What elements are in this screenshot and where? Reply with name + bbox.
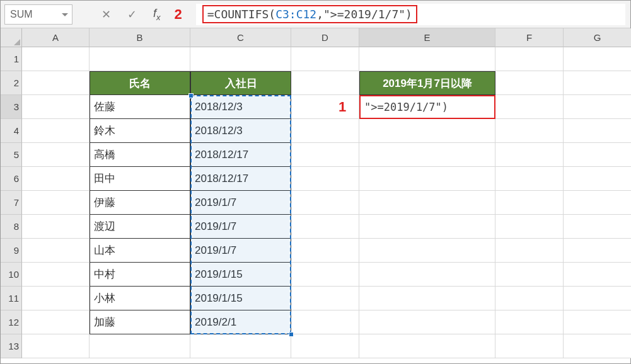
cell[interactable] bbox=[564, 334, 631, 358]
table-header-filter[interactable]: 2019年1月7日以降 bbox=[359, 71, 495, 95]
cell[interactable] bbox=[291, 71, 359, 95]
row-header[interactable]: 12 bbox=[1, 310, 22, 334]
active-cell-value[interactable]: ">=2019/1/7") bbox=[364, 101, 448, 113]
cell-date[interactable]: 2019/1/15 bbox=[190, 263, 291, 287]
cell-name[interactable]: 高橋 bbox=[90, 143, 190, 167]
cell[interactable] bbox=[495, 334, 564, 358]
select-all-corner[interactable] bbox=[1, 28, 22, 47]
cell[interactable] bbox=[291, 263, 359, 287]
cell[interactable] bbox=[291, 287, 359, 310]
cell[interactable] bbox=[22, 143, 90, 167]
cell[interactable] bbox=[359, 215, 495, 239]
cell[interactable] bbox=[291, 47, 359, 71]
cell[interactable] bbox=[564, 239, 631, 263]
cell[interactable] bbox=[495, 310, 564, 334]
cell[interactable] bbox=[291, 119, 359, 143]
cell[interactable] bbox=[22, 71, 90, 95]
cell-name[interactable]: 中村 bbox=[90, 263, 190, 287]
cell[interactable] bbox=[564, 191, 631, 215]
cell[interactable] bbox=[495, 263, 564, 287]
cell[interactable] bbox=[291, 95, 359, 119]
cell[interactable] bbox=[22, 239, 90, 263]
cell-date[interactable]: 2019/1/15 bbox=[190, 287, 291, 310]
cell[interactable] bbox=[22, 191, 90, 215]
cancel-icon[interactable]: ✕ bbox=[101, 8, 111, 21]
row-header[interactable]: 6 bbox=[1, 167, 22, 191]
cell-name[interactable]: 伊藤 bbox=[90, 191, 190, 215]
row-header[interactable]: 5 bbox=[1, 143, 22, 167]
cell-date[interactable]: 2019/2/1 bbox=[190, 310, 291, 334]
cell[interactable] bbox=[22, 310, 90, 334]
row-header[interactable]: 2 bbox=[1, 71, 22, 95]
cell[interactable] bbox=[564, 95, 631, 119]
col-header[interactable]: A bbox=[22, 28, 90, 47]
cell[interactable] bbox=[564, 167, 631, 191]
range-handle[interactable] bbox=[289, 332, 294, 337]
cell[interactable] bbox=[564, 215, 631, 239]
cell-name[interactable]: 小林 bbox=[90, 287, 190, 310]
cell[interactable] bbox=[291, 143, 359, 167]
cell[interactable] bbox=[190, 47, 291, 71]
cell[interactable] bbox=[495, 119, 564, 143]
cell[interactable] bbox=[495, 191, 564, 215]
cell[interactable] bbox=[90, 334, 190, 358]
cell[interactable] bbox=[190, 334, 291, 358]
cell[interactable] bbox=[495, 143, 564, 167]
row-header[interactable]: 11 bbox=[1, 287, 22, 310]
cell-date[interactable]: 2018/12/3 bbox=[190, 119, 291, 143]
cell-date[interactable]: 2018/12/17 bbox=[190, 143, 291, 167]
row-header[interactable]: 4 bbox=[1, 119, 22, 143]
cell[interactable] bbox=[291, 191, 359, 215]
formula-input[interactable]: =COUNTIFS(C3:C12,">=2019/1/7") bbox=[196, 4, 625, 25]
cell[interactable] bbox=[359, 47, 495, 71]
cell[interactable] bbox=[495, 239, 564, 263]
cell[interactable] bbox=[495, 167, 564, 191]
name-box[interactable]: SUM bbox=[4, 4, 72, 25]
cell-date[interactable]: 2018/12/3 bbox=[190, 95, 291, 119]
cell[interactable] bbox=[359, 191, 495, 215]
cell-name[interactable]: 鈴木 bbox=[90, 119, 190, 143]
cell[interactable] bbox=[291, 239, 359, 263]
cell-name[interactable]: 田中 bbox=[90, 167, 190, 191]
cell[interactable] bbox=[291, 215, 359, 239]
row-header[interactable]: 13 bbox=[1, 334, 22, 358]
cell[interactable] bbox=[291, 167, 359, 191]
cell-date[interactable]: 2019/1/7 bbox=[190, 191, 291, 215]
row-header[interactable]: 9 bbox=[1, 239, 22, 263]
cell[interactable] bbox=[22, 287, 90, 310]
cell[interactable] bbox=[495, 95, 564, 119]
cell[interactable] bbox=[564, 287, 631, 310]
cell[interactable] bbox=[359, 263, 495, 287]
cell[interactable] bbox=[495, 47, 564, 71]
cell[interactable] bbox=[22, 47, 90, 71]
cell[interactable] bbox=[359, 143, 495, 167]
cell[interactable] bbox=[495, 71, 564, 95]
col-header[interactable]: C bbox=[190, 28, 291, 47]
table-header-name[interactable]: 氏名 bbox=[90, 71, 190, 95]
cell-name[interactable]: 渡辺 bbox=[90, 215, 190, 239]
fx-icon[interactable]: fx bbox=[153, 7, 161, 22]
col-header[interactable]: F bbox=[495, 28, 564, 47]
cell[interactable] bbox=[359, 310, 495, 334]
cell-name[interactable]: 加藤 bbox=[90, 310, 190, 334]
cell-date[interactable]: 2019/1/7 bbox=[190, 215, 291, 239]
cell[interactable] bbox=[495, 215, 564, 239]
col-header[interactable]: E bbox=[359, 28, 495, 47]
cell-name[interactable]: 山本 bbox=[90, 239, 190, 263]
row-header[interactable]: 3 bbox=[1, 95, 22, 119]
range-handle[interactable] bbox=[188, 93, 194, 98]
row-header[interactable]: 8 bbox=[1, 215, 22, 239]
col-header[interactable]: D bbox=[291, 28, 359, 47]
cell[interactable] bbox=[359, 287, 495, 310]
cell-name[interactable]: 佐藤 bbox=[90, 95, 190, 119]
cell[interactable] bbox=[564, 263, 631, 287]
cell[interactable] bbox=[359, 167, 495, 191]
row-header[interactable]: 1 bbox=[1, 47, 22, 71]
row-header[interactable]: 7 bbox=[1, 191, 22, 215]
col-header[interactable]: B bbox=[90, 28, 190, 47]
enter-icon[interactable]: ✓ bbox=[127, 8, 137, 21]
cell[interactable] bbox=[564, 119, 631, 143]
cell[interactable] bbox=[564, 310, 631, 334]
cell[interactable] bbox=[564, 71, 631, 95]
cell[interactable] bbox=[22, 215, 90, 239]
